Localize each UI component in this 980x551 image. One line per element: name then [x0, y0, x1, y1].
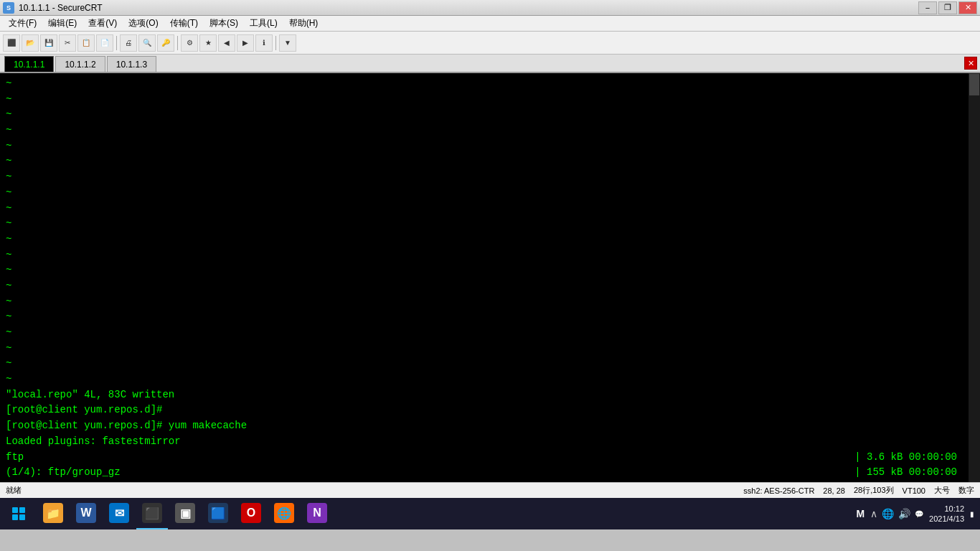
menu-item-L[interactable]: 工具(L) — [244, 16, 283, 31]
menu-bar: 文件(F)编辑(E)查看(V)选项(O)传输(T)脚本(S)工具(L)帮助(H) — [0, 16, 980, 32]
tilde-line: ~ — [6, 76, 974, 92]
status-position: 28行,103列 — [854, 485, 894, 496]
tb-btn5[interactable]: 📋 — [77, 34, 95, 52]
taskbar-app-mail[interactable]: ✉ — [103, 498, 135, 529]
status-connection: ssh2: AES-256-CTR — [743, 486, 814, 495]
tray-network[interactable]: 🌐 — [882, 508, 894, 519]
toolbar: ⬛ 📂 💾 ✂ 📋 📄 🖨 🔍 🔑 ⚙ ★ ◀ ▶ ℹ ▼ — [0, 32, 980, 55]
taskbar-right: M ∧ 🌐 🔊 💬 10:12 2021/4/13 ▮ — [856, 504, 974, 524]
tilde-line: ~ — [6, 263, 974, 278]
tb-btn13[interactable]: ▶ — [237, 34, 254, 52]
menu-item-V[interactable]: 查看(V) — [83, 16, 123, 31]
status-size: 大号 — [934, 485, 950, 496]
tb-btn6[interactable]: 📄 — [96, 34, 113, 52]
terminal-line: (1/4): ftp/group_gz| 155 kB 00:00:00 — [6, 465, 974, 481]
tb-btn4[interactable]: ✂ — [59, 34, 76, 52]
title-bar: S 10.1.1.1 - SecureCRT − ❐ ✕ — [0, 0, 980, 16]
tilde-line: ~ — [6, 216, 974, 232]
show-desktop[interactable]: ▮ — [970, 510, 974, 518]
tb-btn15[interactable]: ▼ — [279, 34, 296, 52]
status-cursor: 28, 28 — [823, 486, 845, 495]
tilde-line: ~ — [6, 232, 974, 248]
windows-icon — [12, 507, 25, 520]
terminal-area[interactable]: ~~~~~~~~~~~~~~~~~~~~"local.repo" 4L, 83C… — [0, 73, 980, 482]
tray-sound[interactable]: 🔊 — [898, 508, 910, 519]
taskbar-app-app3[interactable]: 🟦 — [202, 498, 234, 529]
tilde-line: ~ — [6, 356, 974, 372]
taskbar: 📁W✉⬛▣🟦O🌐N M ∧ 🌐 🔊 💬 10:12 2021/4/13 ▮ — [0, 498, 980, 529]
terminal-line: [root@client yum.repos.d]# yum makecache — [6, 418, 974, 434]
tb-btn8[interactable]: 🔍 — [138, 34, 156, 52]
status-right: ssh2: AES-256-CTR 28, 28 28行,103列 VT100 … — [743, 485, 974, 496]
menu-item-S[interactable]: 脚本(S) — [204, 16, 244, 31]
word-icon: W — [76, 503, 96, 523]
tilde-line: ~ — [6, 341, 974, 357]
status-encoding: 数字 — [958, 485, 974, 496]
window-title: 10.1.1.1 - SecureCRT — [19, 3, 103, 13]
tb-btn14[interactable]: ℹ — [255, 34, 273, 52]
scrollbar-thumb[interactable] — [969, 74, 979, 95]
sep2 — [177, 36, 178, 50]
taskbar-app-onenote2[interactable]: N — [301, 498, 333, 529]
tb-btn7[interactable]: 🖨 — [120, 34, 137, 52]
close-all-tabs-button[interactable]: ✕ — [964, 57, 977, 70]
tab-10-1-1-3[interactable]: 10.1.1.3 — [107, 56, 156, 72]
terminal-line: (2/4): ftp/primary_db| 2.8 MB 00:00:00 — [6, 481, 974, 482]
tab-10-1-1-1[interactable]: 10.1.1.1 — [4, 56, 54, 72]
menu-item-E[interactable]: 编辑(E) — [42, 16, 83, 31]
start-button[interactable] — [3, 498, 34, 529]
sep1 — [116, 36, 117, 50]
system-tray: ∧ 🌐 🔊 💬 — [870, 508, 923, 519]
tb-open[interactable]: 📂 — [22, 34, 39, 52]
tilde-line: ~ — [6, 169, 974, 185]
terminal-line-text: ftp — [6, 450, 24, 466]
tray-info[interactable]: 💬 — [915, 510, 923, 518]
restore-button[interactable]: ❐ — [938, 1, 957, 14]
chrome-icon: 🌐 — [274, 503, 294, 523]
tilde-line: ~ — [6, 154, 974, 169]
tray-arrow[interactable]: ∧ — [870, 508, 877, 519]
clock[interactable]: 10:12 2021/4/13 — [929, 504, 964, 524]
taskbar-app-word[interactable]: W — [70, 498, 102, 529]
terminal-line-right: | 2.8 MB 00:00:00 — [799, 481, 957, 482]
tb-save[interactable]: 💾 — [40, 34, 57, 52]
tilde-line: ~ — [6, 201, 974, 217]
scrollbar[interactable] — [969, 73, 980, 482]
app2-icon: ▣ — [175, 503, 195, 523]
tilde-line: ~ — [6, 138, 974, 154]
tb-btn10[interactable]: ⚙ — [181, 34, 198, 52]
tilde-line: ~ — [6, 294, 974, 310]
clock-date: 2021/4/13 — [929, 514, 964, 524]
status-terminal: VT100 — [903, 486, 925, 495]
menu-item-F[interactable]: 文件(F) — [3, 16, 42, 31]
tab-10-1-1-2[interactable]: 10.1.1.2 — [55, 56, 105, 72]
tab-bar: 10.1.1.110.1.1.210.1.1.3✕ — [0, 55, 980, 73]
terminal-line-text: Loaded plugins: fastestmirror — [6, 434, 181, 450]
window-controls: − ❐ ✕ — [918, 1, 977, 14]
taskbar-m-icon: M — [856, 508, 864, 519]
taskbar-app-cmd[interactable]: ⬛ — [136, 498, 168, 529]
app3-icon: 🟦 — [208, 503, 228, 523]
terminal-line-text: "local.repo" 4L, 83C written — [6, 387, 174, 403]
taskbar-app-app2[interactable]: ▣ — [169, 498, 201, 529]
taskbar-app-explorer[interactable]: 📁 — [37, 498, 69, 529]
menu-item-H[interactable]: 帮助(H) — [283, 16, 324, 31]
close-button[interactable]: ✕ — [958, 1, 977, 14]
status-ready: 就绪 — [6, 485, 22, 496]
title-bar-left: S 10.1.1.1 - SecureCRT — [3, 2, 103, 14]
menu-item-T[interactable]: 传输(T) — [164, 16, 204, 31]
tb-btn12[interactable]: ◀ — [218, 34, 235, 52]
tb-btn11[interactable]: ★ — [199, 34, 217, 52]
cmd-icon: ⬛ — [142, 503, 162, 523]
minimize-button[interactable]: − — [918, 1, 937, 14]
menu-item-O[interactable]: 选项(O) — [123, 16, 164, 31]
tb-btn9[interactable]: 🔑 — [157, 34, 174, 52]
tilde-line: ~ — [6, 123, 974, 138]
tb-new[interactable]: ⬛ — [3, 34, 20, 52]
tilde-line: ~ — [6, 325, 974, 341]
taskbar-app-onenote[interactable]: O — [235, 498, 267, 529]
taskbar-app-chrome[interactable]: 🌐 — [268, 498, 300, 529]
status-left: 就绪 — [6, 485, 22, 496]
clock-time: 10:12 — [929, 504, 964, 514]
tilde-line: ~ — [6, 248, 974, 263]
